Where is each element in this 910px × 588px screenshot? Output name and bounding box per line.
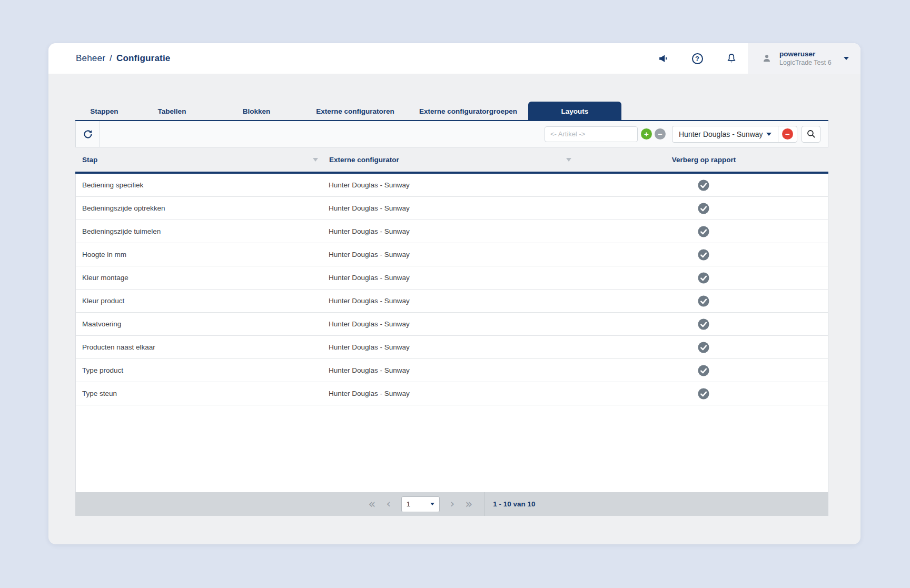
clear-configurator-icon: −: [782, 128, 793, 139]
table-row[interactable]: Kleur product Hunter Douglas - Sunway: [76, 290, 828, 313]
cell-stap: Producten naast elkaar: [76, 343, 321, 351]
breadcrumb: Beheer/Configuratie: [76, 53, 170, 64]
cell-stap: Kleur montage: [76, 274, 321, 282]
search-button[interactable]: [802, 126, 820, 143]
cell-externe-configurator: Hunter Douglas - Sunway: [321, 251, 579, 258]
tab-externe-configuratoren[interactable]: Externe configuratoren: [302, 102, 408, 121]
check-circle-icon: [698, 318, 709, 330]
tab-tabellen[interactable]: Tabellen: [133, 102, 211, 121]
table-row[interactable]: Bedieningszijde optrekken Hunter Douglas…: [76, 197, 828, 220]
cell-externe-configurator: Hunter Douglas - Sunway: [321, 204, 579, 212]
cell-stap: Bedieningszijde tuimelen: [76, 227, 321, 235]
filter-icon-externe-configurator[interactable]: [566, 158, 571, 162]
add-artikel-icon[interactable]: +: [641, 128, 652, 139]
tab-blokken[interactable]: Blokken: [211, 102, 302, 121]
cell-externe-configurator: Hunter Douglas - Sunway: [321, 297, 579, 305]
search-icon: [806, 129, 816, 139]
header-icon-group: ?: [657, 43, 737, 74]
chevron-down-icon: [844, 57, 849, 60]
table-row[interactable]: Type steun Hunter Douglas - Sunway: [76, 382, 828, 405]
refresh-icon: [83, 129, 93, 139]
table-header-row: Stap Externe configurator Verberg op rap…: [75, 147, 828, 172]
table-toolbar: + − Hunter Douglas - Sunway −: [75, 121, 828, 147]
check-circle-icon: [698, 295, 709, 307]
page-title: Configuratie: [116, 53, 171, 63]
column-header-externe-configurator[interactable]: Externe configurator: [329, 156, 399, 164]
tab-stappen[interactable]: Stappen: [75, 102, 133, 121]
first-page-button[interactable]: «: [368, 498, 375, 510]
check-circle-icon: [698, 249, 709, 261]
main-window: Beheer/Configuratie ?: [48, 43, 860, 544]
cell-externe-configurator: Hunter Douglas - Sunway: [321, 227, 579, 235]
cell-externe-configurator: Hunter Douglas - Sunway: [321, 181, 579, 189]
next-page-button[interactable]: ›: [450, 499, 454, 510]
configurator-select[interactable]: Hunter Douglas - Sunway: [672, 126, 778, 142]
top-header-bar: Beheer/Configuratie ?: [48, 43, 860, 74]
user-avatar-icon: [761, 53, 772, 64]
table-row[interactable]: Kleur montage Hunter Douglas - Sunway: [76, 266, 828, 290]
column-header-verberg-op-rapport[interactable]: Verberg op rapport: [672, 156, 736, 164]
breadcrumb-section[interactable]: Beheer: [76, 53, 105, 63]
table-row[interactable]: Bedieningszijde tuimelen Hunter Douglas …: [76, 220, 828, 243]
check-circle-icon: [698, 272, 709, 284]
cell-externe-configurator: Hunter Douglas - Sunway: [321, 320, 579, 328]
notifications-bell-icon[interactable]: [726, 53, 737, 64]
tab-layouts[interactable]: Layouts: [528, 102, 621, 121]
page-select[interactable]: 1: [401, 496, 440, 512]
previous-page-button[interactable]: ‹: [386, 499, 390, 510]
select-caret-icon: [766, 133, 771, 136]
cell-stap: Maatvoering: [76, 320, 321, 328]
check-circle-icon: [698, 226, 709, 237]
announcements-icon[interactable]: [657, 53, 669, 64]
artikel-search-input[interactable]: [545, 126, 638, 142]
user-name: poweruser: [779, 50, 832, 59]
check-circle-icon: [698, 388, 709, 400]
check-circle-icon: [698, 365, 709, 376]
refresh-button[interactable]: [76, 121, 100, 147]
cell-stap: Bediening specifiek: [76, 181, 321, 189]
table-row[interactable]: Hoogte in mm Hunter Douglas - Sunway: [76, 243, 828, 266]
cell-stap: Bedieningszijde optrekken: [76, 204, 321, 212]
table-row[interactable]: Producten naast elkaar Hunter Douglas - …: [76, 336, 828, 359]
cell-externe-configurator: Hunter Douglas - Sunway: [321, 390, 579, 397]
last-page-button[interactable]: »: [465, 498, 472, 510]
cell-stap: Hoogte in mm: [76, 251, 321, 258]
pagination-divider: [484, 492, 484, 516]
tab-externe-configuratorgroepen[interactable]: Externe configuratorgroepen: [408, 102, 528, 121]
check-circle-icon: [698, 180, 709, 191]
remove-artikel-icon[interactable]: −: [655, 128, 666, 139]
column-header-stap[interactable]: Stap: [82, 156, 97, 164]
cell-externe-configurator: Hunter Douglas - Sunway: [321, 343, 579, 351]
table-body: Bediening specifiek Hunter Douglas - Sun…: [75, 174, 828, 492]
cell-stap: Type steun: [76, 390, 321, 397]
cell-stap: Type product: [76, 366, 321, 374]
table-row[interactable]: Type product Hunter Douglas - Sunway: [76, 359, 828, 382]
cell-externe-configurator: Hunter Douglas - Sunway: [321, 366, 579, 374]
tab-bar: Stappen Tabellen Blokken Externe configu…: [75, 102, 621, 121]
filter-icon-stap[interactable]: [313, 158, 318, 162]
user-account: LogicTrade Test 6: [779, 59, 832, 67]
table-row[interactable]: Bediening specifiek Hunter Douglas - Sun…: [76, 174, 828, 197]
help-icon[interactable]: ?: [691, 53, 703, 64]
cell-stap: Kleur product: [76, 297, 321, 305]
pagination-summary: 1 - 10 van 10: [493, 500, 535, 508]
clear-configurator-button[interactable]: −: [778, 126, 797, 142]
pagination-bar: « ‹ 1 › » 1 - 10 van 10: [75, 492, 828, 516]
cell-externe-configurator: Hunter Douglas - Sunway: [321, 274, 579, 282]
breadcrumb-separator: /: [110, 53, 112, 63]
page-select-caret-icon: [430, 503, 434, 505]
user-menu[interactable]: poweruser LogicTrade Test 6: [748, 43, 860, 74]
table-row[interactable]: Maatvoering Hunter Douglas - Sunway: [76, 313, 828, 336]
check-circle-icon: [698, 203, 709, 214]
page-select-value: 1: [407, 500, 411, 508]
configurator-select-value: Hunter Douglas - Sunway: [679, 130, 763, 138]
check-circle-icon: [698, 342, 709, 353]
